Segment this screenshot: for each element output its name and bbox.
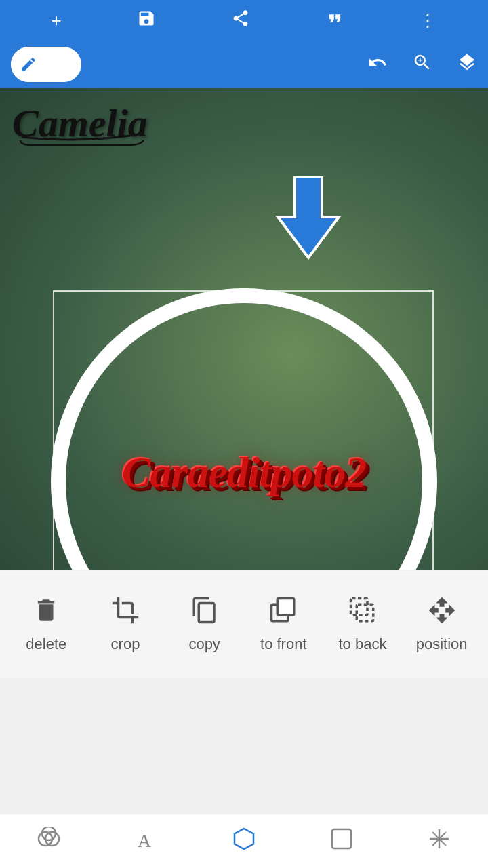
svg-rect-2: [357, 604, 373, 621]
undo-button[interactable]: [367, 52, 388, 77]
nav-text[interactable]: A: [134, 827, 159, 856]
crop-icon: [111, 596, 140, 629]
svg-rect-1: [278, 598, 295, 615]
camelia-swash: [15, 130, 150, 151]
save-button[interactable]: [137, 9, 156, 33]
copy-icon: [190, 596, 219, 629]
crop-label: crop: [111, 635, 140, 653]
position-label: position: [416, 635, 468, 653]
svg-rect-9: [332, 829, 351, 848]
share-button[interactable]: [231, 9, 250, 33]
nav-frame[interactable]: [329, 827, 354, 856]
top-toolbar: + ⋮: [0, 0, 488, 41]
copy-label: copy: [188, 635, 220, 653]
to-front-label: to front: [260, 635, 306, 653]
to-back-label: to back: [338, 635, 386, 653]
action-to-front[interactable]: to front: [256, 596, 310, 653]
action-to-back[interactable]: to back: [336, 596, 390, 653]
add-button[interactable]: +: [51, 10, 61, 31]
nav-blend[interactable]: [37, 827, 61, 856]
nav-effects[interactable]: [427, 827, 451, 856]
delete-label: delete: [26, 635, 66, 653]
quote-button[interactable]: [325, 9, 344, 33]
nav-shape[interactable]: [232, 827, 256, 856]
to-front-icon: [269, 596, 298, 629]
position-icon: [428, 596, 456, 629]
edit-delete-group: [11, 47, 81, 82]
action-crop[interactable]: crop: [98, 596, 152, 653]
zoom-button[interactable]: [412, 52, 432, 77]
delete-toolbar-button[interactable]: [46, 47, 81, 82]
canvas-area[interactable]: Camelia Caraeditpoto2: [0, 88, 488, 570]
more-button[interactable]: ⋮: [419, 10, 436, 31]
action-delete[interactable]: delete: [19, 596, 73, 653]
edit-button[interactable]: [11, 47, 46, 82]
bottom-action-bar: delete crop copy to front: [0, 570, 488, 678]
svg-marker-8: [235, 829, 253, 849]
delete-icon: [32, 596, 60, 629]
second-toolbar: [0, 41, 488, 88]
toolbar-right-icons: [367, 52, 477, 77]
svg-rect-3: [350, 598, 367, 615]
action-copy[interactable]: copy: [178, 596, 232, 653]
layers-button[interactable]: [457, 52, 477, 77]
bottom-nav: A: [0, 814, 488, 868]
action-position[interactable]: position: [415, 596, 469, 653]
selection-box[interactable]: [53, 290, 434, 570]
to-back-icon: [348, 596, 377, 629]
svg-text:A: A: [138, 830, 152, 851]
arrow-top: [264, 176, 352, 267]
